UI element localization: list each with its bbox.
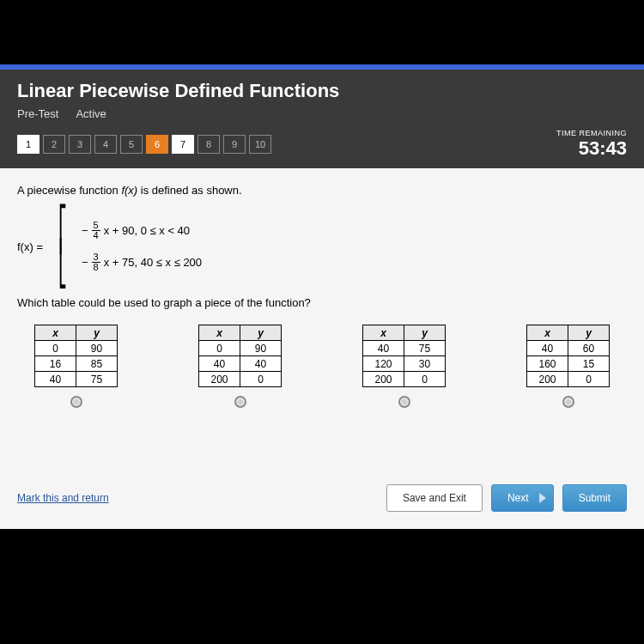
option-3: xy4075120302000 [362,325,446,408]
table-cell: 120 [363,356,404,372]
frac-1-den: 4 [92,231,100,240]
intro-text-b: is defined as shown. [137,184,241,197]
frac-2-den: 8 [92,263,100,272]
bracket-icon: ⎡⎣ [58,212,66,281]
footer: Mark this and return Save and Exit Next … [0,467,644,529]
table-cell: 0 [240,372,282,387]
table-row: 16015 [527,356,610,372]
table-cell: 0 [568,372,610,387]
data-table-2: xy09040402000 [198,325,282,387]
nav-question-3[interactable]: 3 [69,135,91,154]
table-cell: 0 [404,372,446,387]
nav-question-9[interactable]: 9 [223,135,246,154]
status-active: Active [76,107,106,120]
intro-text-a: A piecewise function [17,184,121,197]
data-table-1: xy09016854075 [34,325,118,387]
data-table-3: xy4075120302000 [362,325,446,387]
table-cell: 40 [363,341,404,356]
data-table-4: xy4060160152000 [526,325,610,387]
status-pretest: Pre-Test [17,107,58,120]
piece-2-rest: x + 75, 40 ≤ x ≤ 200 [104,256,202,269]
table-cell: 40 [35,372,76,387]
submit-button[interactable]: Submit [562,484,627,512]
nav-question-4[interactable]: 4 [94,135,117,154]
timer-label: TIME REMAINING [556,129,627,137]
table-cell: 15 [568,356,610,372]
table-cell: 0 [199,341,240,356]
table-row: 1685 [35,356,118,372]
nav-question-5[interactable]: 5 [120,135,143,154]
table-cell: 40 [527,341,568,356]
table-row: 4075 [35,372,118,387]
piece-1-rest: x + 90, 0 ≤ x < 40 [104,224,190,237]
function-pieces: − 5 4 x + 90, 0 ≤ x < 40 − 3 8 x + 75, 4… [82,221,202,272]
save-exit-button[interactable]: Save and Exit [386,484,483,512]
fraction-1: 5 4 [92,221,100,240]
table-header: x [527,325,568,341]
table-cell: 200 [199,372,240,387]
table-cell: 90 [76,341,118,356]
radio-option-3[interactable] [398,396,410,408]
table-header: y [240,325,282,341]
table-cell: 0 [35,341,76,356]
table-header: y [76,325,118,341]
table-cell: 40 [240,356,282,372]
function-definition: f(x) = ⎡⎣ − 5 4 x + 90, 0 ≤ x < 40 − 3 8… [17,212,627,281]
table-cell: 16 [35,356,76,372]
table-cell: 90 [240,341,282,356]
timer-value: 53:43 [556,137,627,160]
nav-question-7[interactable]: 7 [172,135,194,154]
option-2: xy09040402000 [198,325,282,408]
table-header: y [568,325,610,341]
page-title: Linear Piecewise Defined Functions [17,80,627,102]
nav-question-2[interactable]: 2 [43,135,65,154]
header: Linear Piecewise Defined Functions Pre-T… [0,70,644,168]
table-row: 12030 [363,356,446,372]
table-cell: 160 [527,356,568,372]
radio-option-4[interactable] [562,396,574,408]
table-cell: 40 [199,356,240,372]
neg-sign-1: − [82,224,88,237]
mark-return-link[interactable]: Mark this and return [17,492,109,504]
question-nav: 12345678910 [17,135,271,154]
table-cell: 200 [527,372,568,387]
table-cell: 60 [568,341,610,356]
fx-label: f(x) = [17,240,43,253]
table-cell: 85 [76,356,118,372]
table-cell: 200 [363,372,404,387]
status-row: Pre-Test Active [17,107,627,120]
table-row: 090 [35,341,118,356]
fraction-2: 3 8 [92,252,100,272]
question-intro: A piecewise function f(x) is defined as … [17,184,627,197]
intro-fx: f(x) [121,184,137,197]
table-row: 4060 [527,341,610,356]
nav-row: 12345678910 TIME REMAINING 53:43 [17,129,627,160]
table-row: 2000 [363,372,446,387]
table-row: 2000 [527,372,610,387]
next-button[interactable]: Next [491,484,554,512]
footer-buttons: Save and Exit Next Submit [386,484,627,512]
nav-question-1[interactable]: 1 [17,135,39,154]
table-header: y [404,325,446,341]
piece-2: − 3 8 x + 75, 40 ≤ x ≤ 200 [82,252,202,272]
radio-option-2[interactable] [234,396,246,408]
nav-question-6[interactable]: 6 [146,135,168,154]
content-area: A piecewise function f(x) is defined as … [0,168,644,529]
table-header: x [35,325,76,341]
table-row: 090 [199,341,282,356]
nav-question-10[interactable]: 10 [249,135,271,154]
table-row: 4040 [199,356,282,372]
question-prompt: Which table could be used to graph a pie… [17,296,627,309]
radio-option-1[interactable] [70,396,82,408]
timer: TIME REMAINING 53:43 [556,129,627,160]
table-cell: 30 [404,356,446,372]
table-cell: 75 [404,341,446,356]
piece-1: − 5 4 x + 90, 0 ≤ x < 40 [82,221,202,240]
table-row: 4075 [363,341,446,356]
table-row: 2000 [199,372,282,387]
option-1: xy09016854075 [34,325,118,408]
table-cell: 75 [76,372,118,387]
table-header: x [363,325,404,341]
nav-question-8[interactable]: 8 [197,135,220,154]
option-4: xy4060160152000 [526,325,610,408]
